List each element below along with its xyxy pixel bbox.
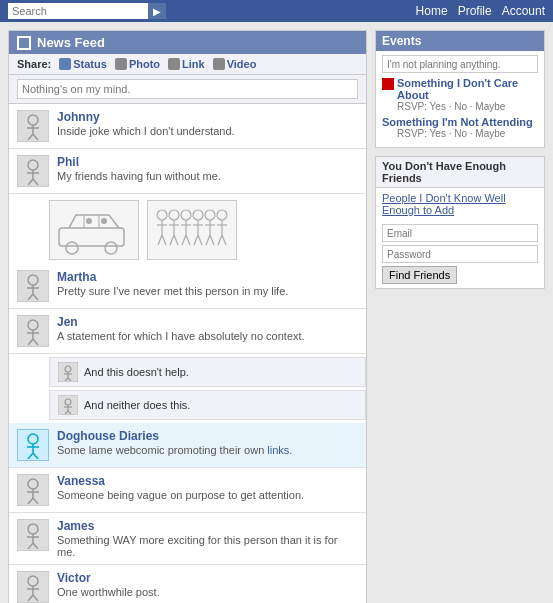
svg-line-51 bbox=[33, 294, 38, 300]
svg-line-71 bbox=[33, 453, 38, 459]
avatar-7 bbox=[17, 571, 49, 603]
svg-line-75 bbox=[28, 498, 33, 504]
svg-line-40 bbox=[206, 235, 210, 245]
feed-column: News Feed Share: Status Photo Link Video bbox=[8, 30, 367, 603]
photo-label: Photo bbox=[129, 58, 160, 70]
item-text-3: A statement for which I have absolutely … bbox=[57, 330, 358, 342]
password-input[interactable] bbox=[382, 245, 538, 263]
svg-point-22 bbox=[169, 210, 179, 220]
svg-line-36 bbox=[198, 235, 202, 245]
events-input[interactable] bbox=[382, 55, 538, 73]
avatar-3 bbox=[17, 315, 49, 347]
item-link-4[interactable]: links. bbox=[267, 444, 292, 456]
svg-line-25 bbox=[170, 235, 174, 245]
svg-line-35 bbox=[194, 235, 198, 245]
svg-point-67 bbox=[28, 434, 38, 444]
share-bar: Share: Status Photo Link Video bbox=[9, 54, 366, 75]
svg-line-66 bbox=[68, 411, 71, 414]
svg-line-61 bbox=[68, 378, 71, 381]
profile-link[interactable]: Profile bbox=[458, 4, 492, 18]
svg-point-5 bbox=[28, 160, 38, 170]
item-text-0: Inside joke which I don't understand. bbox=[57, 125, 358, 137]
svg-line-3 bbox=[28, 134, 33, 140]
svg-point-47 bbox=[28, 275, 38, 285]
svg-point-62 bbox=[65, 399, 71, 405]
content-5: Vanessa Someone being vague on purpose t… bbox=[57, 474, 358, 501]
photo-share[interactable]: Photo bbox=[115, 58, 160, 70]
feed-item-4: Doghouse Diaries Some lame webcomic prom… bbox=[9, 423, 366, 468]
link-label: Link bbox=[182, 58, 205, 70]
item-name-2: Martha bbox=[57, 270, 358, 284]
feed-item-7: Victor One worthwhile post. bbox=[9, 565, 366, 603]
account-link[interactable]: Account bbox=[502, 4, 545, 18]
svg-point-16 bbox=[101, 218, 107, 224]
home-link[interactable]: Home bbox=[416, 4, 448, 18]
svg-line-60 bbox=[65, 378, 68, 381]
svg-line-41 bbox=[210, 235, 214, 245]
event-rsvp-1: RSVP: Yes · No · Maybe bbox=[397, 101, 538, 112]
item-text-5: Someone being vague on purpose to get at… bbox=[57, 489, 358, 501]
main-wrapper: News Feed Share: Status Photo Link Video bbox=[0, 22, 553, 603]
item-name-4: Doghouse Diaries bbox=[57, 429, 358, 443]
event-item-2: Something I'm Not Attending RSVP: Yes · … bbox=[382, 116, 538, 139]
email-input[interactable] bbox=[382, 224, 538, 242]
right-column: Events Something I Don't Care About RSVP… bbox=[375, 30, 545, 289]
video-label: Video bbox=[227, 58, 257, 70]
content-0: Johnny Inside joke which I don't underst… bbox=[57, 110, 358, 137]
svg-point-12 bbox=[105, 242, 117, 254]
images-row bbox=[49, 200, 366, 260]
video-share[interactable]: Video bbox=[213, 58, 257, 70]
item-name-6: James bbox=[57, 519, 358, 533]
nested-avatar-0 bbox=[58, 362, 78, 382]
svg-line-56 bbox=[33, 339, 38, 345]
event-name-2: Something I'm Not Attending bbox=[382, 116, 533, 128]
search-input[interactable] bbox=[8, 3, 148, 19]
avatar-1 bbox=[17, 155, 49, 187]
item-name-7: Victor bbox=[57, 571, 358, 585]
event-rsvp-2: RSVP: Yes · No · Maybe bbox=[397, 128, 538, 139]
svg-line-55 bbox=[28, 339, 33, 345]
search-button[interactable]: ▶ bbox=[148, 3, 166, 19]
find-friends-section: Find Friends bbox=[376, 220, 544, 288]
news-feed-title: News Feed bbox=[37, 35, 105, 50]
feed-item: Doghouse Diaries Some lame webcomic prom… bbox=[9, 423, 366, 468]
friends-link[interactable]: People I Don't Know Well Enough to Add bbox=[376, 188, 544, 220]
status-share[interactable]: Status bbox=[59, 58, 107, 70]
svg-line-86 bbox=[33, 595, 38, 601]
top-nav: ▶ Home Profile Account bbox=[0, 0, 553, 22]
content-6: James Something WAY more exciting for th… bbox=[57, 519, 358, 558]
events-header: Events bbox=[376, 31, 544, 51]
nested-text-0: And this doesn't help. bbox=[84, 366, 189, 378]
item-text-7: One worthwhile post. bbox=[57, 586, 358, 598]
status-input[interactable] bbox=[17, 79, 358, 99]
avatar-6 bbox=[17, 519, 49, 551]
svg-line-20 bbox=[158, 235, 162, 245]
svg-line-76 bbox=[33, 498, 38, 504]
find-friends-button[interactable]: Find Friends bbox=[382, 266, 457, 284]
feed-item: Martha Pretty sure I've never met this p… bbox=[9, 264, 366, 309]
friends-box: You Don't Have Enough Friends People I D… bbox=[375, 156, 545, 289]
feed-item-5: Vanessa Someone being vague on purpose t… bbox=[9, 468, 366, 513]
photo-icon bbox=[115, 58, 127, 70]
avatar-4 bbox=[17, 429, 49, 461]
events-box: Events Something I Don't Care About RSVP… bbox=[375, 30, 545, 148]
link-share[interactable]: Link bbox=[168, 58, 205, 70]
event-title-2: Something I'm Not Attending bbox=[382, 116, 538, 128]
friends-box-header: You Don't Have Enough Friends bbox=[376, 157, 544, 188]
svg-line-4 bbox=[33, 134, 38, 140]
svg-point-42 bbox=[217, 210, 227, 220]
item-name-0: Johnny bbox=[57, 110, 358, 124]
feed-item-6: James Something WAY more exciting for th… bbox=[9, 513, 366, 565]
svg-point-0 bbox=[28, 115, 38, 125]
avatar-2 bbox=[17, 270, 49, 302]
feed-items: Johnny Inside joke which I don't underst… bbox=[9, 104, 366, 603]
event-title-1: Something I Don't Care About bbox=[382, 77, 538, 101]
nested-avatar-1 bbox=[58, 395, 78, 415]
svg-line-31 bbox=[186, 235, 190, 245]
svg-line-80 bbox=[28, 543, 33, 549]
image-car bbox=[49, 200, 139, 260]
feed-item: Victor One worthwhile post. bbox=[9, 565, 366, 603]
feed-item: Jen A statement for which I have absolut… bbox=[9, 309, 366, 420]
feed-item: Vanessa Someone being vague on purpose t… bbox=[9, 468, 366, 513]
item-name-5: Vanessa bbox=[57, 474, 358, 488]
